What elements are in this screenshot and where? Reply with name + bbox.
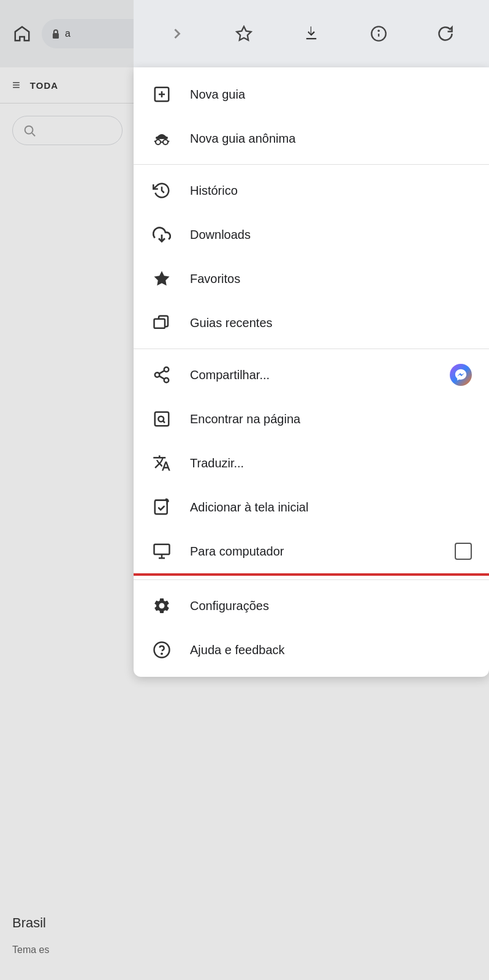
desktop-icon xyxy=(151,540,173,562)
menu-item-bookmarks[interactable]: Favoritos xyxy=(134,257,489,301)
incognito-label: Nova guia anônima xyxy=(190,132,472,146)
menu-item-settings[interactable]: Configurações xyxy=(134,584,489,628)
menu-item-help[interactable]: Ajuda e feedback xyxy=(134,628,489,672)
history-icon xyxy=(151,179,173,202)
desktop-checkbox[interactable] xyxy=(455,543,472,560)
menu-item-desktop[interactable]: Para computador xyxy=(134,529,489,573)
svg-point-12 xyxy=(163,140,168,145)
add-home-icon xyxy=(151,496,173,518)
svg-line-22 xyxy=(159,376,165,379)
messenger-badge xyxy=(450,364,472,386)
help-icon xyxy=(151,639,173,661)
svg-marker-3 xyxy=(237,26,251,40)
menu-item-share[interactable]: Compartilhar... xyxy=(134,353,489,397)
translate-icon xyxy=(151,452,173,474)
svg-rect-18 xyxy=(154,319,165,328)
menu-item-add-home[interactable]: Adicionar à tela inicial xyxy=(134,485,489,529)
menu-item-downloads[interactable]: Downloads xyxy=(134,213,489,257)
divider-1 xyxy=(134,164,489,165)
menu-item-find[interactable]: Encontrar na página xyxy=(134,397,489,441)
desktop-label: Para computador xyxy=(190,545,438,559)
share-icon xyxy=(151,364,173,386)
download-button[interactable] xyxy=(295,18,327,50)
bookmark-button[interactable] xyxy=(228,18,260,50)
downloads-icon xyxy=(151,224,173,246)
help-label: Ajuda e feedback xyxy=(190,643,472,657)
menu-item-history[interactable]: Histórico xyxy=(134,168,489,213)
svg-marker-17 xyxy=(154,271,170,286)
downloads-label: Downloads xyxy=(190,228,472,242)
history-label: Histórico xyxy=(190,184,472,198)
svg-line-26 xyxy=(163,421,165,423)
recent-tabs-label: Guias recentes xyxy=(190,316,472,330)
svg-point-11 xyxy=(156,140,161,145)
find-icon xyxy=(151,408,173,430)
incognito-icon xyxy=(151,127,173,149)
divider-3 xyxy=(134,579,489,580)
new-tab-icon xyxy=(151,83,173,105)
new-tab-label: Nova guia xyxy=(190,88,472,102)
menu-item-new-tab[interactable]: Nova guia xyxy=(134,72,489,116)
svg-point-21 xyxy=(164,378,169,383)
settings-icon xyxy=(151,595,173,617)
share-label: Compartilhar... xyxy=(190,368,433,382)
dropdown-toolbar xyxy=(134,0,489,67)
menu-item-translate[interactable]: Traduzir... xyxy=(134,441,489,485)
divider-2 xyxy=(134,349,489,349)
find-label: Encontrar na página xyxy=(190,412,472,426)
svg-rect-24 xyxy=(155,412,169,426)
svg-line-14 xyxy=(154,141,156,142)
info-button[interactable] xyxy=(363,18,395,50)
menu-item-recent-tabs[interactable]: Guias recentes xyxy=(134,301,489,345)
svg-point-19 xyxy=(164,368,169,372)
forward-button[interactable] xyxy=(161,18,193,50)
svg-rect-30 xyxy=(154,545,170,554)
refresh-button[interactable] xyxy=(430,18,461,50)
add-home-label: Adicionar à tela inicial xyxy=(190,500,472,514)
menu-item-incognito[interactable]: Nova guia anônima xyxy=(134,116,489,160)
svg-rect-27 xyxy=(155,500,167,514)
translate-label: Traduzir... xyxy=(190,456,472,470)
dropdown-menu: Nova guia Nova guia anônima xyxy=(134,67,489,677)
bookmarks-label: Favoritos xyxy=(190,272,472,286)
svg-point-20 xyxy=(155,372,160,377)
svg-point-25 xyxy=(158,417,164,422)
star-icon xyxy=(151,268,173,290)
svg-rect-10 xyxy=(156,137,168,139)
recent-tabs-icon xyxy=(151,312,173,334)
svg-line-15 xyxy=(168,141,169,142)
red-separator xyxy=(134,573,489,576)
svg-line-23 xyxy=(159,371,165,374)
settings-label: Configurações xyxy=(190,599,472,613)
